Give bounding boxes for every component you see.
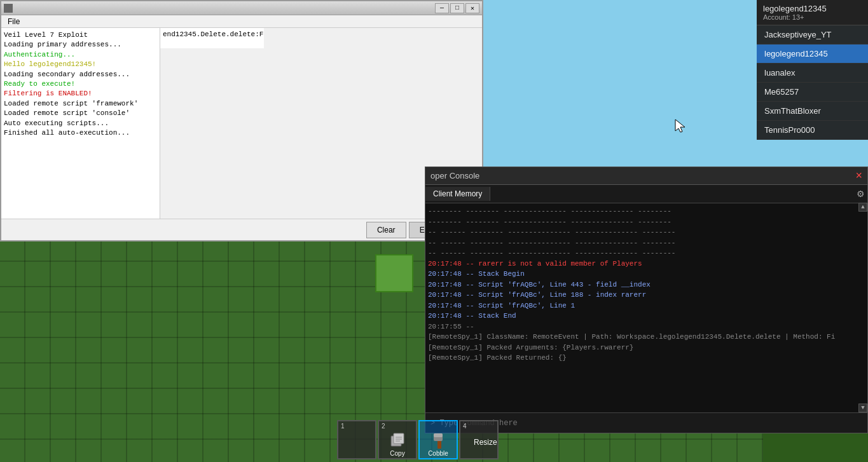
dev-output-line: 20:17:48 -- rarerr is not a valid member… (428, 259, 865, 269)
dev-console-close-btn[interactable]: × (855, 169, 862, 182)
dev-output-line: 20:17:48 -- Stack Begin (428, 269, 865, 280)
hotbar-slot-3[interactable]: Cobble (418, 420, 458, 459)
svg-rect-6 (437, 440, 441, 449)
console-line: Veil Level 7 Exploit (4, 31, 157, 40)
exploit-titlebar: — □ ✕ (1, 1, 482, 15)
exploit-editor[interactable] (160, 28, 264, 48)
dev-output-line: 20:17:48 -- Script 'frAQBc', Line 1 (428, 301, 865, 311)
console-line: Filtering is ENABLED! (4, 89, 157, 99)
dev-output-line: 20:17:48 -- Script 'frAQBc', Line 188 - … (428, 290, 865, 301)
dev-output-line: -- ------ -------- --------------- -----… (428, 238, 865, 248)
dev-output-line: [RemoteSpy_1] Packed Arguments: {Players… (428, 343, 865, 353)
dev-output-line: -------- -------- --------------- ------… (428, 217, 865, 228)
console-line: Hello legolegend12345! (4, 60, 157, 69)
dev-output-line: -- ------ -------- --------------- -----… (428, 248, 865, 259)
player-list-item[interactable]: Me65257 (757, 83, 868, 102)
dev-scroll-down-btn[interactable]: ▼ (858, 404, 867, 412)
hotbar-slot-number: 4 (463, 423, 467, 430)
player-list-item[interactable]: legolegend12345 (757, 44, 868, 64)
hotbar-slot-1[interactable]: 1 (337, 420, 376, 459)
dev-output-line: 20:17:55 -- (428, 322, 865, 332)
green-block (375, 254, 413, 292)
player-list-item[interactable]: SxmThatBloxer (757, 102, 868, 121)
exploit-titlebar-controls: — □ ✕ (435, 3, 479, 13)
player-list-item[interactable]: TennisPro000 (757, 121, 868, 140)
hotbar-slot-label: Cobble (428, 450, 448, 458)
hotbar-slot-number: 1 (341, 423, 345, 430)
dev-output-line: [RemoteSpy_1] Packed Returned: {} (428, 353, 865, 363)
exploit-menubar: File (1, 15, 482, 28)
exploit-window: — □ ✕ File Veil Level 7 ExploitLoading p… (0, 0, 483, 241)
exploit-content: Veil Level 7 ExploitLoading primary addr… (1, 28, 482, 219)
dev-console-settings-btn[interactable]: ⚙ (853, 187, 867, 201)
clear-button[interactable]: Clear (366, 222, 406, 238)
dev-console: oper Console × Client Memory ⚙ -------- … (425, 166, 868, 433)
exploit-maximize-btn[interactable]: □ (450, 3, 464, 13)
dev-console-titlebar: oper Console × (425, 167, 867, 185)
svg-rect-2 (394, 433, 404, 444)
dev-output-line: -------- -------- --------------- ------… (428, 206, 865, 217)
console-line: Finished all auto-execution... (4, 128, 157, 138)
player-list-header: legolegend12345 Account: 13+ (757, 0, 868, 25)
console-line: Loading primary addresses... (4, 40, 157, 50)
console-line: Auto executing scripts... (4, 119, 157, 128)
exploit-minimize-btn[interactable]: — (435, 3, 449, 13)
dev-console-title: oper Console (431, 171, 479, 180)
console-line: Loaded remote script 'console' (4, 109, 157, 118)
player-items-container: Jackseptiveye_YTlegolegend12345luanalexM… (757, 25, 868, 140)
player-list-item[interactable]: luanalex (757, 64, 868, 83)
copy-tool-icon (389, 432, 406, 450)
hammer-tool-icon (429, 431, 448, 450)
dev-output-line: 20:17:48 -- Script 'frAQBc', Line 443 - … (428, 280, 865, 290)
resize-label: Resize (474, 438, 497, 447)
exploit-console-output: Veil Level 7 ExploitLoading primary addr… (1, 28, 160, 219)
player-account-info: Account: 13+ (763, 13, 862, 21)
dev-console-tabs: Client Memory (425, 185, 490, 203)
svg-rect-8 (434, 433, 443, 437)
console-line: Authenticating... (4, 50, 157, 60)
hotbar-slot-2[interactable]: 2 Copy (378, 420, 417, 459)
dev-scroll-up-btn[interactable]: ▲ (858, 203, 867, 212)
dev-output-line: 20:17:48 -- Stack End (428, 311, 865, 322)
console-line: Ready to execute! (4, 79, 157, 89)
player-list-item[interactable]: Jackseptiveye_YT (757, 25, 868, 44)
hotbar-slot-number: 2 (382, 423, 385, 430)
player-username: legolegend12345 (763, 4, 862, 13)
tab-client-memory[interactable]: Client Memory (425, 187, 490, 201)
dev-console-output: -------- -------- --------------- ------… (425, 203, 867, 412)
dev-output-line: -- ------ -------- --------------- -----… (428, 227, 865, 238)
console-line: Loaded remote script 'framework' (4, 99, 157, 109)
console-line: Loading secondary addresses... (4, 70, 157, 79)
menu-file[interactable]: File (4, 16, 24, 27)
player-list: legolegend12345 Account: 13+ Jackseptive… (757, 0, 868, 140)
hotbar-slot-label: Copy (390, 450, 404, 458)
exploit-window-icon (4, 4, 13, 13)
exploit-close-btn[interactable]: ✕ (465, 3, 479, 13)
exploit-buttons: Clear Execute Script (1, 219, 482, 240)
dev-output-line: [RemoteSpy_1] ClassName: RemoteEvent | P… (428, 332, 865, 343)
